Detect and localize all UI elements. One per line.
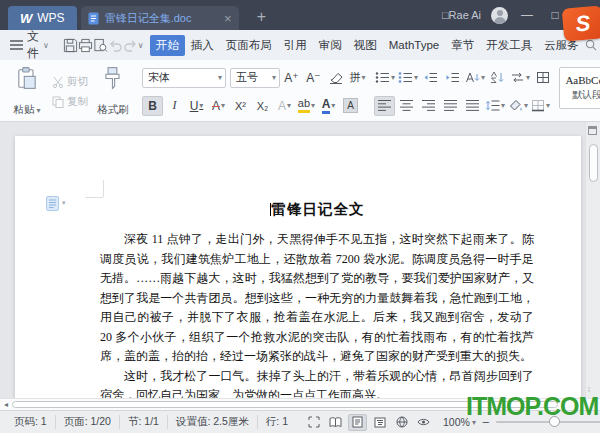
margin-crop-mark: [85, 197, 103, 198]
text-effects-button[interactable]: A▾: [274, 96, 295, 116]
page-view-icon[interactable]: [348, 414, 367, 431]
clipboard-group: 粘贴▾ 剪切 复制 格式刷: [4, 64, 136, 119]
text-caret: [270, 203, 271, 216]
paste-button[interactable]: 粘贴▾: [4, 64, 50, 119]
view-switcher: [304, 414, 433, 431]
minimize-button[interactable]: —: [518, 8, 536, 22]
font-family-select[interactable]: 宋体 ▾: [142, 68, 226, 88]
distribute-button[interactable]: [462, 96, 483, 116]
strikethrough-button[interactable]: A▾: [208, 96, 229, 116]
font-color-button[interactable]: A▾: [318, 96, 339, 116]
document-icon: [88, 12, 99, 25]
tab-view[interactable]: 视图: [348, 35, 383, 56]
status-page-number: 页码: 1: [6, 415, 56, 429]
site-logo: S: [562, 5, 600, 41]
floating-style-widget[interactable]: ▾: [46, 196, 66, 211]
tab-developer[interactable]: 开发工具: [480, 35, 538, 56]
align-left-button[interactable]: [374, 96, 395, 116]
web-view-icon[interactable]: [392, 414, 411, 431]
clear-format-button[interactable]: [325, 68, 346, 88]
wps-writer-window: { "titlebar": { "wps_logo": "W", "wps_la…: [0, 0, 600, 433]
user-avatar[interactable]: [491, 7, 508, 24]
print-preview-button[interactable]: [93, 35, 108, 55]
search-icon: [585, 39, 597, 51]
tab-home[interactable]: 开始: [150, 35, 185, 56]
tab-close-icon[interactable]: ×: [224, 11, 232, 26]
document-tab[interactable]: 雷锋日记全集.doc ×: [81, 6, 239, 30]
redo-button[interactable]: [123, 35, 138, 55]
sort-button[interactable]: [487, 68, 508, 88]
style-default-paragraph[interactable]: AaBbCcDd 默认段...: [559, 67, 600, 109]
copy-button[interactable]: 复制: [52, 95, 88, 109]
char-shading-button[interactable]: A: [340, 96, 361, 116]
status-line: 行: 1: [258, 415, 296, 429]
bold-button[interactable]: B: [142, 96, 163, 116]
user-name[interactable]: □Rae Ai: [442, 9, 481, 21]
vertical-scrollbar-thumb[interactable]: [589, 144, 598, 182]
increase-indent-button[interactable]: [442, 68, 463, 88]
document-tab-title: 雷锋日记全集.doc: [105, 11, 218, 26]
subscript-button[interactable]: X₂: [252, 96, 273, 116]
italic-button[interactable]: I: [164, 96, 185, 116]
borders-button[interactable]: ▾: [530, 96, 551, 116]
format-painter-icon: [102, 66, 124, 90]
hamburger-icon: [10, 40, 23, 50]
shading-button[interactable]: ▾: [507, 96, 529, 116]
superscript-button[interactable]: X²: [230, 96, 251, 116]
copy-icon: [52, 96, 64, 108]
tab-references[interactable]: 引用: [278, 35, 313, 56]
line-spacing-button[interactable]: ▾: [484, 96, 506, 116]
wps-logo-icon: W: [20, 11, 32, 26]
numbered-list-button[interactable]: ▾: [397, 68, 419, 88]
chevron-down-icon: ▾: [218, 73, 222, 82]
paste-icon: [16, 66, 38, 90]
align-right-button[interactable]: [418, 96, 439, 116]
format-painter-button[interactable]: 格式刷: [90, 64, 136, 119]
ruler-toggle-icon[interactable]: [588, 126, 597, 135]
titlebar: W WPS 雷锋日记全集.doc × + □Rae Ai — □ ×: [0, 0, 600, 30]
tab-insert[interactable]: 插入: [185, 35, 220, 56]
undo-button[interactable]: [108, 35, 123, 55]
character-scale-button[interactable]: ▾: [464, 68, 486, 88]
justify-button[interactable]: [440, 96, 461, 116]
print-button[interactable]: [78, 35, 93, 55]
document-title[interactable]: 雷锋日记全文: [100, 200, 534, 219]
cut-button[interactable]: 剪切: [52, 75, 88, 89]
font-size-select[interactable]: 五号 ▾: [230, 68, 280, 88]
quickbar-dropdown-icon[interactable]: ∨: [138, 41, 144, 50]
document-area: ▾ 雷锋日记全文 深夜 11 点钟了，走出门外，天黑得伸手不见五指，这时突然下起…: [0, 122, 600, 398]
save-button[interactable]: [63, 35, 78, 55]
bullet-list-button[interactable]: ▾: [374, 68, 396, 88]
paste-dropdown-icon[interactable]: ▾: [36, 106, 40, 115]
file-menu-button[interactable]: 文件 ∨: [6, 25, 53, 65]
decrease-indent-button[interactable]: [420, 68, 441, 88]
tab-mathtype[interactable]: MathType: [383, 36, 446, 54]
watermark: ITMOP.COM: [466, 392, 598, 421]
text-tools-button[interactable]: ▾: [509, 68, 531, 88]
new-tab-button[interactable]: +: [251, 8, 272, 30]
tab-review[interactable]: 审阅: [313, 35, 348, 56]
margin-crop-mark: [103, 180, 104, 197]
tab-page-layout[interactable]: 页面布局: [220, 35, 278, 56]
book-view-icon[interactable]: [326, 414, 345, 431]
zoom-slider[interactable]: [496, 421, 600, 423]
wps-label: WPS: [37, 11, 64, 25]
outline-view-icon[interactable]: [370, 414, 389, 431]
scroll-left-arrow-icon[interactable]: ◂: [0, 400, 12, 409]
paragraph-group: ▾ ▾ ▾ ▾: [374, 64, 553, 119]
document-page[interactable]: ▾ 雷锋日记全文 深夜 11 点钟了，走出门外，天黑得伸手不见五指，这时突然下起…: [15, 136, 581, 398]
document-body[interactable]: 深夜 11 点钟了，走出门外，天黑得伸手不见五指，这时突然下起雨来了。陈调度员说…: [100, 230, 534, 398]
pinyin-guide-button[interactable]: 拼▾: [347, 68, 368, 88]
eye-protection-icon[interactable]: [414, 414, 433, 431]
grow-font-button[interactable]: A⁺: [281, 68, 302, 88]
paragraph[interactable]: 深夜 11 点钟了，走出门外，天黑得伸手不见五指，这时突然下起雨来了。陈调度员说…: [100, 230, 534, 367]
highlight-button[interactable]: ab▾: [296, 96, 317, 116]
underline-button[interactable]: U▾: [186, 96, 207, 116]
tab-settings-button[interactable]: [532, 68, 553, 88]
status-section: 节: 1/1: [120, 415, 168, 429]
fullscreen-view-icon[interactable]: [304, 414, 323, 431]
align-center-button[interactable]: [396, 96, 417, 116]
shrink-font-button[interactable]: A⁻: [303, 68, 324, 88]
tab-section[interactable]: 章节: [445, 35, 480, 56]
vertical-scrollbar[interactable]: [585, 122, 600, 398]
